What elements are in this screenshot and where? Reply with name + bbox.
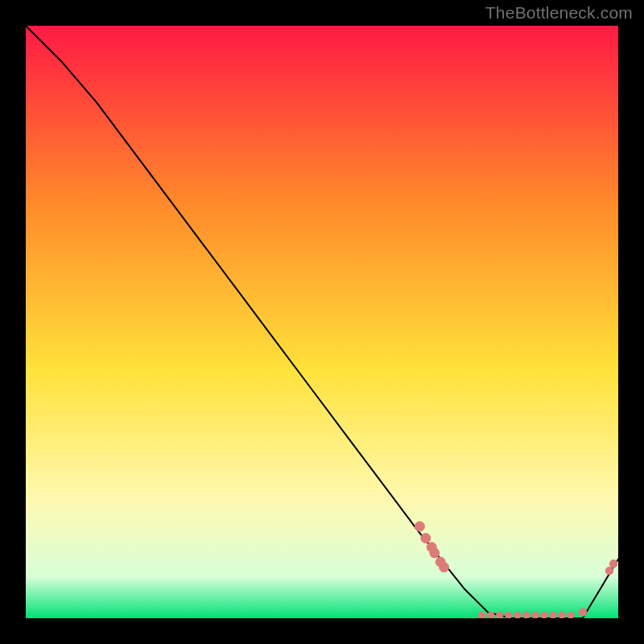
chart-svg <box>26 26 618 618</box>
data-marker <box>609 560 617 568</box>
chart-stage: TheBottleneck.com <box>0 0 644 644</box>
data-marker <box>506 612 512 618</box>
data-marker <box>550 612 556 618</box>
data-marker <box>605 567 613 575</box>
data-marker <box>532 612 539 618</box>
data-marker <box>479 612 485 618</box>
data-marker <box>497 612 503 618</box>
data-marker <box>514 612 521 618</box>
data-marker <box>568 612 574 618</box>
chart-background-gradient <box>26 26 618 618</box>
data-marker <box>430 548 440 558</box>
chart-plot-area <box>26 26 618 618</box>
data-marker <box>541 612 547 618</box>
data-marker <box>559 612 565 618</box>
data-marker <box>440 563 449 572</box>
data-marker <box>523 612 530 618</box>
data-marker <box>579 609 587 617</box>
watermark-text: TheBottleneck.com <box>485 3 633 23</box>
data-marker <box>488 612 494 618</box>
data-marker <box>421 534 431 543</box>
data-marker <box>415 522 424 531</box>
